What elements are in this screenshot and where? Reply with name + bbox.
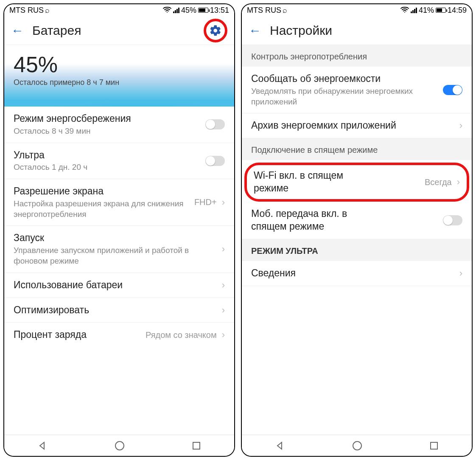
search-icon: ⌕ xyxy=(45,6,50,15)
chevron-right-icon: › xyxy=(222,329,225,340)
svg-point-2 xyxy=(353,441,361,450)
carrier-label: MTS RUS xyxy=(9,6,44,15)
row-info[interactable]: Сведения › xyxy=(242,261,472,286)
battery-percent-label: 41% xyxy=(419,6,434,15)
row-title: Сообщать об энергоемкости xyxy=(251,73,438,85)
chevron-right-icon: › xyxy=(222,305,225,316)
clock-label: 13:51 xyxy=(210,6,229,15)
highlight-pill: Wi-Fi вкл. в спящем режиме Всегда › xyxy=(244,163,469,202)
row-title: Моб. передача вкл. в спящем режиме xyxy=(251,208,378,233)
row-mobdata-sleep[interactable]: Моб. передача вкл. в спящем режиме xyxy=(242,202,472,239)
row-title: Разрешение экрана xyxy=(14,185,189,198)
app-bar: ← Батарея xyxy=(4,16,234,45)
battery-hero: 45% Осталось примерно 8 ч 7 мин xyxy=(4,45,234,107)
signal-icon xyxy=(173,8,179,13)
phone-left: MTS RUS ⌕ 45% 13:51 ← Батарея 45% Остало… xyxy=(3,3,235,457)
section-header-ultra-mode: РЕЖИМ УЛЬТРА xyxy=(242,239,472,261)
row-value: Всегда xyxy=(425,177,452,187)
search-icon: ⌕ xyxy=(283,6,287,15)
nav-back-icon[interactable] xyxy=(37,441,48,451)
row-notify-heavy[interactable]: Сообщать об энергоемкости Уведомлять при… xyxy=(242,67,472,113)
power-save-switch[interactable] xyxy=(205,119,225,129)
row-percent-display[interactable]: Процент заряда Рядом со значком › xyxy=(4,323,234,347)
nav-home-icon[interactable] xyxy=(114,440,125,451)
app-bar: ← Настройки xyxy=(242,16,472,45)
row-optimize[interactable]: Оптимизировать › xyxy=(4,298,234,323)
battery-remaining-label: Осталось примерно 8 ч 7 мин xyxy=(14,78,225,87)
section-header-sleep-connection: Подключение в спящем режиме xyxy=(242,138,472,160)
row-title: Ультра xyxy=(14,149,200,162)
phone-right: MTS RUS ⌕ 41% 14:59 ← Настройки Контроль… xyxy=(241,3,473,457)
row-battery-usage[interactable]: Использование батареи › xyxy=(4,273,234,298)
row-archive[interactable]: Архив энергоемких приложений › xyxy=(242,113,472,138)
chevron-right-icon: › xyxy=(222,197,225,208)
nav-bar xyxy=(4,435,234,456)
nav-back-icon[interactable] xyxy=(275,441,285,451)
row-resolution[interactable]: Разрешение экрана Настройка разрешения э… xyxy=(4,179,234,226)
mobdata-sleep-switch[interactable] xyxy=(443,215,462,225)
notify-heavy-switch[interactable] xyxy=(443,85,462,95)
settings-button[interactable] xyxy=(204,19,227,42)
clock-label: 14:59 xyxy=(448,6,467,15)
section-header-power-control: Контроль энергопотребления xyxy=(242,45,472,67)
carrier-label: MTS RUS xyxy=(247,6,281,15)
status-bar: MTS RUS ⌕ 41% 14:59 xyxy=(242,4,472,16)
battery-percent-large: 45% xyxy=(14,52,225,77)
chevron-right-icon: › xyxy=(222,244,225,255)
row-title: Запуск xyxy=(14,232,217,245)
battery-icon xyxy=(198,8,208,13)
battery-percent-label: 45% xyxy=(181,6,196,15)
row-title: Режим энергосбережения xyxy=(14,112,200,125)
chevron-right-icon: › xyxy=(459,120,462,131)
battery-icon xyxy=(436,8,446,13)
row-title: Процент заряда xyxy=(14,329,140,341)
nav-recent-icon[interactable] xyxy=(192,441,201,450)
chevron-right-icon: › xyxy=(459,268,462,279)
nav-bar xyxy=(242,435,472,456)
status-bar: MTS RUS ⌕ 45% 13:51 xyxy=(4,4,234,16)
row-subtitle: Управление запуском приложений и работой… xyxy=(14,245,217,266)
row-subtitle: Уведомлять при обнаружении энергоемких п… xyxy=(251,86,438,107)
svg-rect-1 xyxy=(193,442,200,449)
ultra-switch[interactable] xyxy=(205,156,225,166)
wifi-icon xyxy=(400,6,409,15)
settings-list: Режим энергосбережения Осталось 8 ч 39 м… xyxy=(4,107,234,435)
row-subtitle: Осталось 8 ч 39 мин xyxy=(14,126,200,137)
page-title: Настройки xyxy=(270,23,332,38)
row-value: FHD+ xyxy=(194,197,217,207)
page-title: Батарея xyxy=(32,23,81,38)
back-icon[interactable]: ← xyxy=(11,24,24,37)
row-title: Использование батареи xyxy=(14,279,217,292)
back-icon[interactable]: ← xyxy=(249,24,261,37)
row-wifi-sleep[interactable]: Wi-Fi вкл. в спящем режиме Всегда › xyxy=(247,165,467,199)
chevron-right-icon: › xyxy=(222,280,225,291)
row-value: Рядом со значком xyxy=(146,330,217,340)
nav-home-icon[interactable] xyxy=(352,440,363,451)
svg-rect-3 xyxy=(431,442,437,449)
row-title: Сведения xyxy=(251,267,454,280)
row-title: Wi-Fi вкл. в спящем режиме xyxy=(254,169,364,195)
signal-icon xyxy=(411,8,417,13)
chevron-right-icon: › xyxy=(457,177,460,188)
row-subtitle: Осталось 1 дн. 20 ч xyxy=(14,162,200,173)
row-title: Архив энергоемких приложений xyxy=(251,119,454,132)
row-ultra[interactable]: Ультра Осталось 1 дн. 20 ч xyxy=(4,143,234,180)
row-subtitle: Настройка разрешения экрана для снижения… xyxy=(14,199,189,219)
row-launch[interactable]: Запуск Управление запуском приложений и … xyxy=(4,226,234,273)
wifi-icon xyxy=(163,6,171,15)
row-power-save[interactable]: Режим энергосбережения Осталось 8 ч 39 м… xyxy=(4,107,234,143)
highlight-circle xyxy=(204,19,227,42)
nav-recent-icon[interactable] xyxy=(429,441,439,450)
settings-list: Контроль энергопотребления Сообщать об э… xyxy=(242,45,472,435)
svg-point-0 xyxy=(115,441,124,450)
row-title: Оптимизировать xyxy=(14,304,217,317)
